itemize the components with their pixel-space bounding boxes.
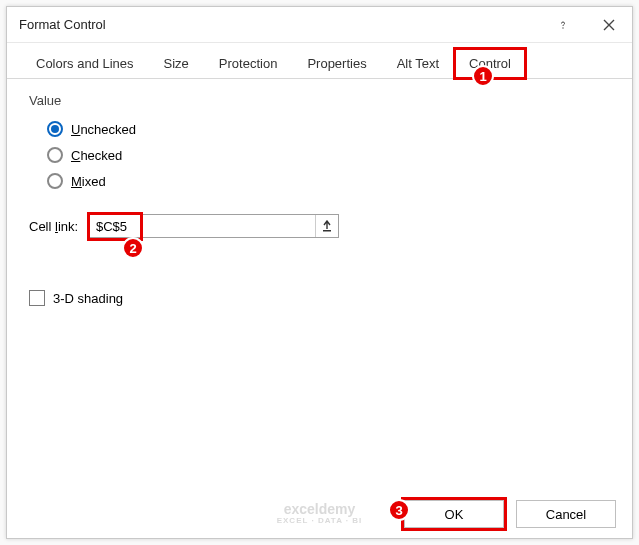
ok-button-label: OK <box>445 507 464 522</box>
svg-rect-1 <box>323 230 331 232</box>
cell-link-input[interactable] <box>90 215 315 237</box>
ok-button[interactable]: OK <box>404 500 504 528</box>
checkbox-icon <box>29 290 45 306</box>
format-control-dialog: Format Control Colors and Lines Size Pro… <box>6 6 633 539</box>
radio-mixed[interactable]: Mixed <box>47 170 610 192</box>
checkbox-3d-shading[interactable]: 3-D shading <box>29 290 610 306</box>
radio-unchecked[interactable]: Unchecked <box>47 118 610 140</box>
radio-icon <box>47 173 63 189</box>
close-icon <box>603 19 615 31</box>
radio-checked-label: Checked <box>71 148 122 163</box>
tab-control-label: Control <box>469 56 511 71</box>
close-button[interactable] <box>586 7 632 43</box>
radio-mixed-label: Mixed <box>71 174 106 189</box>
tab-control[interactable]: Control <box>454 49 526 79</box>
collapse-dialog-icon <box>321 220 333 232</box>
dialog-footer: exceldemy EXCEL · DATA · BI OK Cancel <box>23 500 616 528</box>
help-button[interactable] <box>540 7 586 43</box>
titlebar: Format Control <box>7 7 632 43</box>
cancel-button[interactable]: Cancel <box>516 500 616 528</box>
cell-link-label: Cell link: <box>29 219 89 234</box>
cancel-button-label: Cancel <box>546 507 586 522</box>
tab-content: Value Unchecked Checked Mixed Cell link: <box>7 79 632 489</box>
tab-colors-and-lines[interactable]: Colors and Lines <box>21 49 149 78</box>
radio-unchecked-label: Unchecked <box>71 122 136 137</box>
tab-alt-text[interactable]: Alt Text <box>382 49 454 78</box>
radio-icon <box>47 121 63 137</box>
radio-icon <box>47 147 63 163</box>
tab-protection[interactable]: Protection <box>204 49 293 78</box>
range-picker-button[interactable] <box>315 215 337 237</box>
radio-checked[interactable]: Checked <box>47 144 610 166</box>
dialog-title: Format Control <box>7 17 540 32</box>
help-icon <box>557 19 569 31</box>
watermark: exceldemy EXCEL · DATA · BI <box>277 502 363 526</box>
tab-properties[interactable]: Properties <box>292 49 381 78</box>
value-group-label: Value <box>29 93 610 108</box>
svg-point-0 <box>562 27 563 28</box>
checkbox-3d-shading-label: 3-D shading <box>53 291 123 306</box>
tab-size[interactable]: Size <box>149 49 204 78</box>
tab-strip: Colors and Lines Size Protection Propert… <box>7 43 632 79</box>
cell-link-row: Cell link: <box>29 214 610 238</box>
cell-link-refbox <box>89 214 339 238</box>
